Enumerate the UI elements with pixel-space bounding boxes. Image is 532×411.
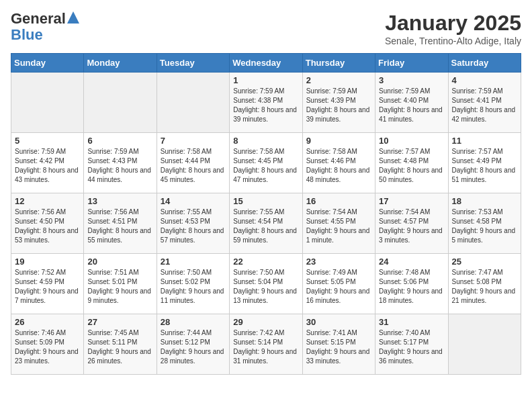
day-number: 14 <box>161 196 226 206</box>
table-row: 26Sunrise: 7:46 AM Sunset: 5:09 PM Dayli… <box>11 314 84 375</box>
table-row: 9Sunrise: 7:58 AM Sunset: 4:46 PM Daylig… <box>302 133 375 193</box>
day-info: Sunrise: 7:44 AM Sunset: 5:12 PM Dayligh… <box>161 328 226 366</box>
table-row: 3Sunrise: 7:59 AM Sunset: 4:40 PM Daylig… <box>375 73 448 133</box>
table-row: 25Sunrise: 7:47 AM Sunset: 5:08 PM Dayli… <box>448 254 521 314</box>
table-row: 29Sunrise: 7:42 AM Sunset: 5:14 PM Dayli… <box>230 314 302 375</box>
day-number: 23 <box>306 257 371 267</box>
day-info: Sunrise: 7:46 AM Sunset: 5:09 PM Dayligh… <box>15 328 80 366</box>
day-number: 24 <box>379 257 444 267</box>
day-number: 20 <box>87 257 152 267</box>
weekday-tuesday: Tuesday <box>157 54 229 73</box>
day-info: Sunrise: 7:56 AM Sunset: 4:50 PM Dayligh… <box>15 208 80 245</box>
table-row: 28Sunrise: 7:44 AM Sunset: 5:12 PM Dayli… <box>157 314 229 375</box>
day-number: 6 <box>87 136 152 146</box>
day-number: 8 <box>233 136 298 146</box>
day-info: Sunrise: 7:54 AM Sunset: 4:55 PM Dayligh… <box>306 208 371 245</box>
day-info: Sunrise: 7:54 AM Sunset: 4:57 PM Dayligh… <box>379 208 444 245</box>
calendar-body: 1Sunrise: 7:59 AM Sunset: 4:38 PM Daylig… <box>11 73 521 375</box>
day-info: Sunrise: 7:50 AM Sunset: 5:04 PM Dayligh… <box>233 268 298 306</box>
weekday-sunday: Sunday <box>11 54 84 73</box>
day-info: Sunrise: 7:58 AM Sunset: 4:44 PM Dayligh… <box>161 147 226 185</box>
day-number: 31 <box>379 317 444 327</box>
day-info: Sunrise: 7:57 AM Sunset: 4:49 PM Dayligh… <box>452 147 517 185</box>
logo-text-general: General <box>11 11 66 27</box>
table-row: 7Sunrise: 7:58 AM Sunset: 4:44 PM Daylig… <box>157 133 229 193</box>
weekday-thursday: Thursday <box>302 54 375 73</box>
day-info: Sunrise: 7:57 AM Sunset: 4:48 PM Dayligh… <box>379 147 444 185</box>
table-row: 11Sunrise: 7:57 AM Sunset: 4:49 PM Dayli… <box>448 133 521 193</box>
day-info: Sunrise: 7:59 AM Sunset: 4:41 PM Dayligh… <box>452 87 517 124</box>
day-info: Sunrise: 7:58 AM Sunset: 4:45 PM Dayligh… <box>233 147 298 185</box>
day-info: Sunrise: 7:59 AM Sunset: 4:40 PM Dayligh… <box>379 87 444 124</box>
day-info: Sunrise: 7:58 AM Sunset: 4:46 PM Dayligh… <box>306 147 371 185</box>
day-info: Sunrise: 7:48 AM Sunset: 5:06 PM Dayligh… <box>379 268 444 306</box>
table-row: 6Sunrise: 7:59 AM Sunset: 4:43 PM Daylig… <box>84 133 157 193</box>
day-number: 28 <box>161 317 226 327</box>
day-info: Sunrise: 7:59 AM Sunset: 4:39 PM Dayligh… <box>306 87 371 124</box>
day-number: 18 <box>452 196 517 206</box>
day-info: Sunrise: 7:49 AM Sunset: 5:05 PM Dayligh… <box>306 268 371 306</box>
day-info: Sunrise: 7:55 AM Sunset: 4:54 PM Dayligh… <box>233 208 298 245</box>
day-number: 13 <box>87 196 152 206</box>
day-number: 27 <box>87 317 152 327</box>
day-number: 3 <box>379 75 444 85</box>
table-row <box>84 73 157 133</box>
day-number: 30 <box>306 317 371 327</box>
day-number: 22 <box>233 257 298 267</box>
table-row: 15Sunrise: 7:55 AM Sunset: 4:54 PM Dayli… <box>230 193 302 254</box>
table-row: 2Sunrise: 7:59 AM Sunset: 4:39 PM Daylig… <box>302 73 375 133</box>
month-title: January 2025 <box>385 11 521 36</box>
table-row: 12Sunrise: 7:56 AM Sunset: 4:50 PM Dayli… <box>11 193 84 254</box>
table-row: 30Sunrise: 7:41 AM Sunset: 5:15 PM Dayli… <box>302 314 375 375</box>
day-number: 12 <box>15 196 80 206</box>
day-number: 4 <box>452 75 517 85</box>
day-info: Sunrise: 7:42 AM Sunset: 5:14 PM Dayligh… <box>233 328 298 366</box>
day-info: Sunrise: 7:51 AM Sunset: 5:01 PM Dayligh… <box>87 268 152 306</box>
day-number: 10 <box>379 136 444 146</box>
day-number: 9 <box>306 136 371 146</box>
table-row: 16Sunrise: 7:54 AM Sunset: 4:55 PM Dayli… <box>302 193 375 254</box>
day-number: 15 <box>233 196 298 206</box>
day-number: 7 <box>161 136 226 146</box>
day-info: Sunrise: 7:40 AM Sunset: 5:17 PM Dayligh… <box>379 328 444 366</box>
day-info: Sunrise: 7:56 AM Sunset: 4:51 PM Dayligh… <box>87 208 152 245</box>
day-info: Sunrise: 7:59 AM Sunset: 4:38 PM Dayligh… <box>233 87 298 124</box>
day-number: 19 <box>15 257 80 267</box>
table-row <box>157 73 229 133</box>
table-row: 8Sunrise: 7:58 AM Sunset: 4:45 PM Daylig… <box>230 133 302 193</box>
svg-marker-0 <box>67 11 79 24</box>
table-row: 19Sunrise: 7:52 AM Sunset: 4:59 PM Dayli… <box>11 254 84 314</box>
table-row <box>11 73 84 133</box>
logo: General Blue <box>11 11 79 43</box>
day-info: Sunrise: 7:59 AM Sunset: 4:42 PM Dayligh… <box>15 147 80 185</box>
day-number: 25 <box>452 257 517 267</box>
day-number: 2 <box>306 75 371 85</box>
page-header: General Blue January 2025 Senale, Trenti… <box>11 11 521 46</box>
weekday-friday: Friday <box>375 54 448 73</box>
day-number: 5 <box>15 136 80 146</box>
day-number: 17 <box>379 196 444 206</box>
weekday-monday: Monday <box>84 54 157 73</box>
weekday-wednesday: Wednesday <box>230 54 302 73</box>
table-row: 27Sunrise: 7:45 AM Sunset: 5:11 PM Dayli… <box>84 314 157 375</box>
table-row: 5Sunrise: 7:59 AM Sunset: 4:42 PM Daylig… <box>11 133 84 193</box>
day-info: Sunrise: 7:55 AM Sunset: 4:53 PM Dayligh… <box>161 208 226 245</box>
location-subtitle: Senale, Trentino-Alto Adige, Italy <box>385 36 521 46</box>
table-row: 13Sunrise: 7:56 AM Sunset: 4:51 PM Dayli… <box>84 193 157 254</box>
table-row: 23Sunrise: 7:49 AM Sunset: 5:05 PM Dayli… <box>302 254 375 314</box>
logo-arrow-icon <box>67 11 79 24</box>
day-info: Sunrise: 7:53 AM Sunset: 4:58 PM Dayligh… <box>452 208 517 245</box>
day-number: 29 <box>233 317 298 327</box>
logo-text-blue: Blue <box>11 27 43 43</box>
table-row: 4Sunrise: 7:59 AM Sunset: 4:41 PM Daylig… <box>448 73 521 133</box>
table-row: 21Sunrise: 7:50 AM Sunset: 5:02 PM Dayli… <box>157 254 229 314</box>
day-info: Sunrise: 7:45 AM Sunset: 5:11 PM Dayligh… <box>87 328 152 366</box>
calendar-header: Sunday Monday Tuesday Wednesday Thursday… <box>11 54 521 73</box>
weekday-saturday: Saturday <box>448 54 521 73</box>
day-number: 21 <box>161 257 226 267</box>
table-row: 1Sunrise: 7:59 AM Sunset: 4:38 PM Daylig… <box>230 73 302 133</box>
table-row: 31Sunrise: 7:40 AM Sunset: 5:17 PM Dayli… <box>375 314 448 375</box>
day-number: 26 <box>15 317 80 327</box>
table-row: 17Sunrise: 7:54 AM Sunset: 4:57 PM Dayli… <box>375 193 448 254</box>
day-info: Sunrise: 7:47 AM Sunset: 5:08 PM Dayligh… <box>452 268 517 306</box>
